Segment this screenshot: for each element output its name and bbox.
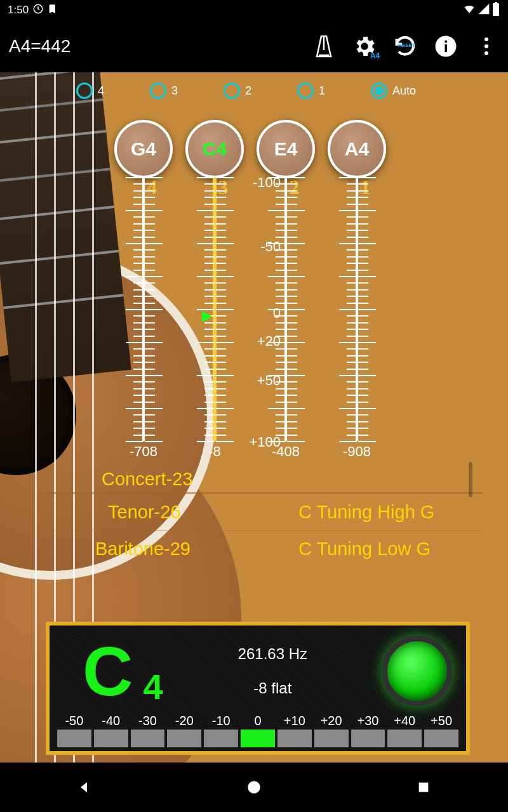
cents-bar-+10: +10 [277,714,312,747]
status-time: 1:50 [8,4,29,16]
scale-string-3: 3 -8 [185,177,244,456]
wifi-icon [462,3,476,18]
nav-recent-button[interactable] [414,778,433,797]
tuning-high-g[interactable]: C Tuning High G [260,494,483,530]
uke-type-block: Concert-23 Tenor-26 C Tuning High G Bari… [38,469,483,567]
scale-string-2: 2 -100 -50 0 +20 +50 +100 -408 [257,177,315,456]
nav-home-button[interactable] [244,778,264,797]
overflow-menu-icon[interactable] [474,34,499,59]
note-knob-row: G4 C4 E4 A4 [114,120,386,178]
knob-string-4[interactable]: G4 [114,120,173,178]
settings-a4-icon[interactable]: A4 [352,34,377,59]
cents-bar--40: -40 [94,714,128,747]
svg-point-8 [485,51,488,55]
string-selector-row: 4 3 2 1 Auto [0,82,508,99]
uke-size-tenor[interactable]: Tenor-26 [38,494,260,530]
cents-bar-0: 0 [241,714,275,747]
uke-size-baritone[interactable]: Baritone-29 [38,530,260,567]
system-nav-bar [0,763,508,812]
tuner-stage: 4 3 2 1 Auto G4 C4 E4 A4 4 -708 3 -8 2 -… [0,72,508,763]
pitch-marker-icon [202,311,212,322]
svg-point-9 [248,781,260,794]
status-icon-1 [32,3,44,18]
uke-size-concert[interactable]: Concert-23 [38,469,483,494]
metronome-icon[interactable] [311,34,337,59]
scale-string-4: 4 -708 [114,177,173,456]
select-string-1[interactable]: 1 [297,82,325,99]
select-string-4[interactable]: 4 [76,82,104,99]
knob-string-2[interactable]: E4 [257,120,315,178]
tuning-display: C 4 261.63 Hz -8 flat -50-40-30-20-100+1… [46,622,470,755]
detected-octave: 4 [143,666,163,707]
status-bar: 1:50 [0,0,508,20]
svg-rect-10 [418,783,428,792]
toolbar-title: A4=442 [9,36,311,56]
signal-icon [478,3,490,18]
cents-bar--10: -10 [204,714,238,747]
reset-icon[interactable]: RESET [392,34,418,59]
detected-frequency: 261.63 Hz [238,645,307,663]
svg-point-6 [485,37,488,41]
app-toolbar: A4=442 A4 RESET [0,20,508,72]
cents-bar-+50: +50 [424,714,458,747]
cents-bar--20: -20 [167,714,201,747]
select-auto[interactable]: Auto [371,82,416,99]
svg-point-7 [485,44,488,48]
svg-rect-1 [493,3,499,16]
cents-bar-+40: +40 [387,714,422,747]
detected-note: C [83,636,133,706]
knob-string-3[interactable]: C4 [185,120,244,178]
svg-point-5 [444,40,447,43]
tuning-low-g[interactable]: C Tuning Low G [260,530,483,567]
select-string-3[interactable]: 3 [150,82,178,99]
cents-status: -8 flat [253,679,291,697]
cents-scales: 4 -708 3 -8 2 -100 -50 0 +20 +50 +100 -4… [114,177,386,456]
cents-bar--50: -50 [57,714,91,747]
scale-string-1: 1 -908 [328,177,386,456]
cents-bar-scale: -50-40-30-20-100+10+20+30+40+50 [57,714,458,747]
scroll-indicator [469,462,472,497]
cents-bar--30: -30 [131,714,165,747]
battery-icon [491,2,500,19]
nav-back-button[interactable] [75,778,94,797]
select-string-2[interactable]: 2 [224,82,251,99]
cents-bar-+30: +30 [351,714,385,747]
status-icon-2 [48,4,58,17]
tuning-led-icon [382,636,452,706]
cents-bar-+20: +20 [314,714,349,747]
svg-rect-4 [445,44,448,52]
knob-string-1[interactable]: A4 [328,120,386,178]
info-icon[interactable] [433,34,458,59]
svg-rect-2 [495,2,497,4]
